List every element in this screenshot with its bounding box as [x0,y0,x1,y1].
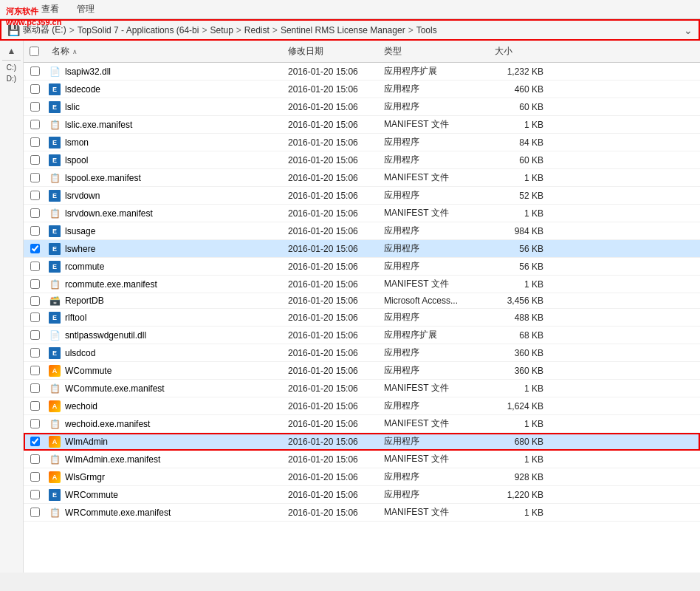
breadcrumb-part-0[interactable]: TopSolid 7 - Applications (64-bi [78,25,199,35]
breadcrumb[interactable]: 💾 驱动器 (E:) > TopSolid 7 - Applications (… [0,19,700,41]
row-checkbox-cell[interactable] [24,208,46,218]
breadcrumb-drive[interactable]: 驱动器 (E:) [23,24,66,36]
row-checkbox[interactable] [30,173,40,182]
breadcrumb-part-1[interactable]: Setup [210,25,233,35]
row-checkbox-cell[interactable] [24,330,46,340]
table-row[interactable]: AWlmAdmin2016-01-20 15:06应用程序680 KB [24,433,700,451]
row-checkbox[interactable] [30,330,40,340]
row-checkbox[interactable] [30,383,40,393]
breadcrumb-part-4[interactable]: Tools [416,25,437,35]
table-row[interactable]: 📋lsrvdown.exe.manifest2016-01-20 15:06MA… [24,205,700,222]
breadcrumb-part-2[interactable]: Redist [244,25,270,35]
row-checkbox[interactable] [30,66,40,76]
table-row[interactable]: Elspool2016-01-20 15:06应用程序60 KB [24,151,700,169]
table-row[interactable]: 🗃️ReportDB2016-01-20 15:06Microsoft Acce… [24,293,700,309]
row-checkbox[interactable] [30,244,40,253]
row-checkbox-cell[interactable] [24,508,46,517]
table-row[interactable]: 📋WCommute.exe.manifest2016-01-20 15:06MA… [24,380,700,397]
table-row[interactable]: 📄sntlpasswdgenutil.dll2016-01-20 15:06应用… [24,327,700,344]
row-checkbox[interactable] [30,490,40,499]
row-checkbox-cell[interactable] [24,312,46,322]
row-checkbox[interactable] [30,296,40,306]
table-row[interactable]: Awechoid2016-01-20 15:06应用程序1,624 KB [24,397,700,415]
table-row[interactable]: Elsusage2016-01-20 15:06应用程序984 KB [24,222,700,240]
row-checkbox[interactable] [30,279,40,289]
table-row[interactable]: 📋rcommute.exe.manifest2016-01-20 15:06MA… [24,276,700,293]
row-checkbox-cell[interactable] [24,262,46,271]
table-row[interactable]: 📋lslic.exe.manifest2016-01-20 15:06MANIF… [24,116,700,134]
row-checkbox[interactable] [30,155,40,165]
row-checkbox-cell[interactable] [24,226,46,236]
row-checkbox-cell[interactable] [24,191,46,200]
row-checkbox-cell[interactable] [24,296,46,306]
row-checkbox-cell[interactable] [24,120,46,129]
table-row[interactable]: 📋lspool.exe.manifest2016-01-20 15:06MANI… [24,169,700,187]
col-checkbox[interactable] [24,44,46,59]
col-size[interactable]: 大小 [489,44,555,59]
row-checkbox[interactable] [30,120,40,129]
row-checkbox-cell[interactable] [24,366,46,375]
row-checkbox-cell[interactable] [24,419,46,428]
table-row[interactable]: 📋wechoid.exe.manifest2016-01-20 15:06MAN… [24,415,700,433]
row-checkbox[interactable] [30,419,40,428]
table-row[interactable]: Ercommute2016-01-20 15:06应用程序56 KB [24,258,700,276]
breadcrumb-part-3[interactable]: Sentinel RMS License Manager [281,25,405,35]
row-checkbox[interactable] [30,137,40,147]
table-row[interactable]: AWlsGrmgr2016-01-20 15:06应用程序928 KB [24,468,700,486]
row-checkbox[interactable] [30,437,40,446]
row-checkbox-cell[interactable] [24,137,46,147]
sidebar-drive-d[interactable]: D:) [4,73,19,84]
row-checkbox[interactable] [30,508,40,517]
table-row[interactable]: 📋WlmAdmin.exe.manifest2016-01-20 15:06MA… [24,451,700,468]
row-checkbox-cell[interactable] [24,279,46,289]
row-checkbox-cell[interactable] [24,155,46,165]
col-name[interactable]: 名称 ∧ [46,44,282,59]
row-checkbox-cell[interactable] [24,454,46,464]
row-checkbox-cell[interactable] [24,173,46,182]
row-checkbox-cell[interactable] [24,348,46,358]
table-row[interactable]: Elslic2016-01-20 15:06应用程序60 KB [24,98,700,116]
row-checkbox[interactable] [30,472,40,482]
row-checkbox-cell[interactable] [24,437,46,446]
expand-collapse-btn[interactable]: ▲ [0,44,23,58]
table-row[interactable]: Elswhere2016-01-20 15:06应用程序56 KB [24,240,700,258]
col-modified[interactable]: 修改日期 [282,44,378,59]
table-row[interactable]: Erlftool2016-01-20 15:06应用程序488 KB [24,309,700,327]
row-checkbox-cell[interactable] [24,244,46,253]
table-row[interactable]: EWRCommute2016-01-20 15:06应用程序1,220 KB [24,486,700,504]
table-row[interactable]: Eulsdcod2016-01-20 15:06应用程序360 KB [24,344,700,362]
row-checkbox[interactable] [30,226,40,236]
row-checkbox[interactable] [30,208,40,218]
col-type[interactable]: 类型 [378,44,489,59]
menu-item-manage[interactable]: 管理 [74,1,97,17]
row-size: 460 KB [489,83,555,96]
menu-item-view[interactable]: 查看 [38,1,62,17]
select-all-checkbox[interactable] [30,47,39,56]
row-checkbox-cell[interactable] [24,383,46,393]
table-row[interactable]: Elsrvdown2016-01-20 15:06应用程序52 KB [24,187,700,205]
row-checkbox[interactable] [30,312,40,322]
table-row[interactable]: 📄lsapiw32.dll2016-01-20 15:06应用程序扩展1,232… [24,63,700,81]
table-row[interactable]: AWCommute2016-01-20 15:06应用程序360 KB [24,362,700,380]
row-checkbox-cell[interactable] [24,401,46,411]
breadcrumb-expand-icon[interactable]: ⌄ [684,24,693,36]
sidebar-drive-c[interactable]: C:) [4,62,19,73]
row-checkbox[interactable] [30,348,40,358]
row-checkbox[interactable] [30,84,40,94]
row-checkbox[interactable] [30,191,40,200]
row-checkbox-cell[interactable] [24,66,46,76]
row-checkbox[interactable] [30,454,40,464]
row-checkbox[interactable] [30,401,40,411]
row-checkbox[interactable] [30,262,40,271]
table-row[interactable]: 📋WRCommute.exe.manifest2016-01-20 15:06M… [24,504,700,522]
row-checkbox-cell[interactable] [24,84,46,94]
row-name-cell: AWlmAdmin [46,434,282,449]
row-checkbox[interactable] [30,102,40,112]
row-checkbox-cell[interactable] [24,490,46,499]
row-checkbox-cell[interactable] [24,102,46,112]
table-row[interactable]: Elsdecode2016-01-20 15:06应用程序460 KB [24,81,700,98]
table-row[interactable]: Elsmon2016-01-20 15:06应用程序84 KB [24,134,700,151]
row-checkbox[interactable] [30,366,40,375]
row-checkbox-cell[interactable] [24,472,46,482]
file-list-container[interactable]: 名称 ∧ 修改日期 类型 大小 📄lsapiw32.dll2016-01-20 … [24,41,700,573]
